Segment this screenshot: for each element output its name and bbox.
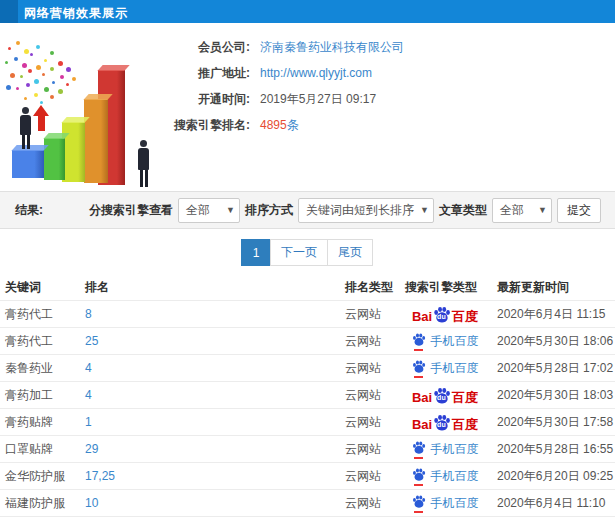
table-row: 口罩贴牌29云网站手机百度2020年5月28日 16:55 [0,435,615,462]
rank-cell: 17,25 [85,469,345,483]
mobile-baidu-paw-icon [412,333,426,349]
rank-link[interactable]: 29 [85,442,98,456]
keyword-cell: 膏药代工 [0,306,85,323]
pagination: 1 下一页 尾页 [0,239,615,266]
rank-count-label: 搜索引擎排名: [166,117,250,134]
mobile-baidu-underline [414,457,423,459]
baidu-paw-icon: du [433,387,451,404]
baidu-logo-chinese: 百度 [452,418,478,431]
header-rank-type: 排名类型 [345,279,400,296]
company-link[interactable]: 济南秦鲁药业科技有限公司 [260,39,404,56]
mobile-baidu-logo: 手机百度 [412,333,479,350]
title-bar: 网络营销效果展示 [0,0,615,23]
keyword-rank-table: 关键词 排名 排名类型 搜索引擎类型 最新更新时间 膏药代工8云网站Baidu百… [0,274,615,520]
bar-blue [12,150,44,178]
baidu-logo: Baidu百度 [412,387,478,404]
growth-chart-illustration [0,30,180,182]
titlebar-corner-block [0,0,18,23]
rank-cell: 1 [85,415,345,429]
rank-link[interactable]: 10 [85,496,98,510]
baidu-logo-chinese: 百度 [452,310,478,323]
sort-select[interactable]: 关键词由短到长排序 ▼ [298,198,434,223]
rank-cell: 25 [85,334,345,348]
engine-select-value: 全部 [186,202,210,219]
rank-link[interactable]: 4 [85,388,92,402]
rank-link[interactable]: 25 [85,334,98,348]
keyword-cell: 膏药贴牌 [0,414,85,431]
table-row: 福建防护服10云网站手机百度2020年6月4日 11:10 [0,489,615,516]
rank-link[interactable]: 17,25 [85,469,115,483]
mobile-baidu-paw-icon [412,495,426,511]
update-time-cell: 2020年5月30日 18:06 [490,333,615,350]
mobile-baidu-logo: 手机百度 [412,441,479,458]
update-time-cell: 2020年6月4日 11:10 [490,495,615,512]
sort-filter-label: 排序方式 [245,202,293,219]
rank-cell: 4 [85,361,345,375]
keyword-cell: 金华防护服 [0,468,85,485]
page-1-button[interactable]: 1 [241,239,271,266]
mobile-baidu-label: 手机百度 [431,495,479,512]
keyword-cell: 膏药加工 [0,387,85,404]
engine-type-cell: 手机百度 [400,468,490,485]
update-time-cell: 2020年5月30日 18:03 [490,387,615,404]
filter-bar: 结果: 分搜索引擎查看 全部 ▼ 排序方式 关键词由短到长排序 ▼ 文章类型 全… [0,191,615,229]
url-label: 推广地址: [166,65,250,82]
article-type-value: 全部 [500,202,524,219]
mobile-baidu-underline [414,484,423,486]
baidu-logo-bai: Bai [412,391,432,404]
update-time-cell: 2020年5月30日 17:58 [490,414,615,431]
chevron-down-icon: ▼ [532,205,547,215]
engine-select[interactable]: 全部 ▼ [178,198,240,223]
keyword-cell: 口罩贴牌 [0,441,85,458]
open-time-label: 开通时间: [166,91,250,108]
submit-button[interactable]: 提交 [557,198,601,223]
chevron-down-icon: ▼ [414,205,429,215]
rank-type-cell: 云网站 [345,468,400,485]
mobile-baidu-logo: 手机百度 [412,468,479,485]
update-time-cell: 2020年5月28日 17:02 [490,360,615,377]
rank-cell: 8 [85,307,345,321]
table-body: 膏药代工8云网站Baidu百度2020年6月4日 11:15膏药代工25云网站手… [0,300,615,520]
rank-link[interactable]: 4 [85,361,92,375]
engine-type-cell: 手机百度 [400,495,490,512]
baidu-logo: Baidu百度 [412,306,478,323]
rank-type-cell: 云网站 [345,495,400,512]
article-type-select[interactable]: 全部 ▼ [492,198,552,223]
filter-controls: 分搜索引擎查看 全部 ▼ 排序方式 关键词由短到长排序 ▼ 文章类型 全部 ▼ … [89,198,601,223]
baidu-paw-icon: du [433,306,451,323]
last-page-button[interactable]: 尾页 [327,239,373,266]
paw-icon [412,495,426,508]
paw-icon [412,360,426,373]
promo-url-link[interactable]: http://www.qlyyjt.com [260,66,372,80]
rank-type-cell: 云网站 [345,387,400,404]
rank-cell: 4 [85,388,345,402]
keyword-cell: 福建防护服 [0,495,85,512]
baidu-logo-du: du [437,421,446,428]
rank-type-cell: 云网站 [345,360,400,377]
rank-type-cell: 云网站 [345,333,400,350]
info-row-rank-count: 搜索引擎排名: 4895条 [166,116,606,134]
article-type-label: 文章类型 [439,202,487,219]
next-page-button[interactable]: 下一页 [270,239,328,266]
header-rank: 排名 [85,279,345,296]
mobile-baidu-paw-icon [412,468,426,484]
mobile-baidu-logo: 手机百度 [412,495,479,512]
update-time-cell: 2020年5月28日 16:55 [490,441,615,458]
result-label: 结果: [15,202,43,219]
baidu-logo: Baidu百度 [412,414,478,431]
bar-yellow [62,122,85,182]
rank-link[interactable]: 1 [85,415,92,429]
baidu-paw-icon: du [433,414,451,431]
rank-link[interactable]: 8 [85,307,92,321]
keyword-cell: 秦鲁药业 [0,360,85,377]
page: 网络营销效果展示 会员公司: 济南秦鲁药业科技有限公司 推广地址: http:/… [0,0,615,520]
paw-icon [412,468,426,481]
engine-type-cell: 手机百度 [400,360,490,377]
table-row: 膏药代工8云网站Baidu百度2020年6月4日 11:15 [0,300,615,327]
bar-orange [84,99,108,183]
table-row: 秦鲁药业4云网站手机百度2020年5月28日 17:02 [0,354,615,381]
baidu-logo-chinese: 百度 [452,391,478,404]
table-header-row: 关键词 排名 排名类型 搜索引擎类型 最新更新时间 [0,274,615,300]
mobile-baidu-underline [414,511,423,513]
table-row: 膏药加工4云网站Baidu百度2020年5月30日 18:03 [0,381,615,408]
